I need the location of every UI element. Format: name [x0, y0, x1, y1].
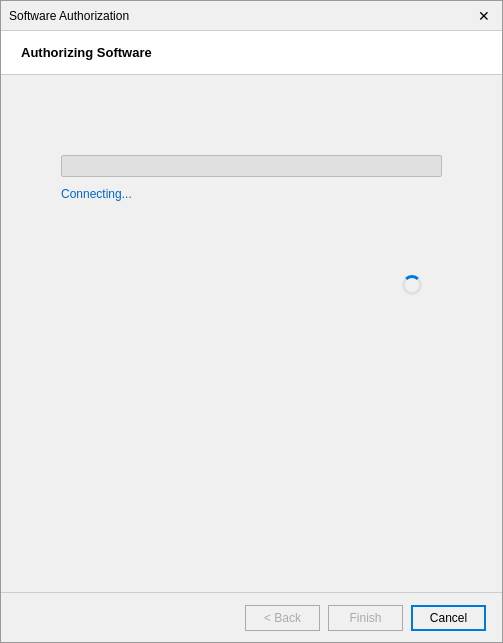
finish-button[interactable]: Finish: [328, 605, 403, 631]
header-section: Authorizing Software: [1, 31, 502, 75]
header-title: Authorizing Software: [21, 45, 482, 60]
title-bar: Software Authorization ✕: [1, 1, 502, 31]
content-area: Connecting...: [1, 75, 502, 592]
progress-bar-container: [61, 155, 442, 177]
spinner-container: [402, 275, 422, 295]
cancel-button[interactable]: Cancel: [411, 605, 486, 631]
title-bar-text: Software Authorization: [9, 9, 129, 23]
status-text: Connecting...: [61, 187, 132, 201]
close-button[interactable]: ✕: [474, 6, 494, 26]
loading-spinner: [402, 275, 422, 295]
dialog-window: Software Authorization ✕ Authorizing Sof…: [0, 0, 503, 643]
footer: < Back Finish Cancel: [1, 592, 502, 642]
back-button[interactable]: < Back: [245, 605, 320, 631]
